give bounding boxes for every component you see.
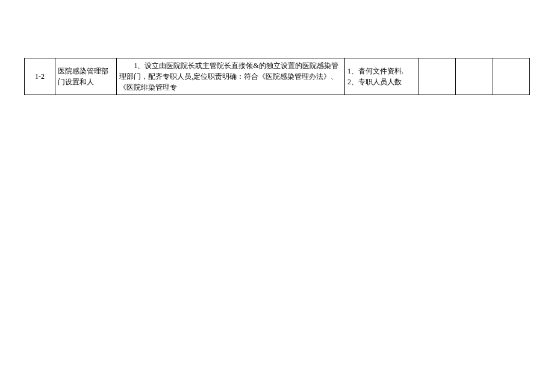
cell-id: 1-2 (25, 58, 55, 95)
document-page: 1-2 医院感染管理部门设置和人 1、设立由医院院长或主管院长直接领&的独立设置… (0, 0, 554, 392)
cell-check: 1、杳何文件资料. 2、专职人员人数 (345, 58, 419, 95)
cell-blank-3 (493, 58, 529, 95)
check-line-1: 1、杳何文件资料. (347, 66, 416, 76)
cell-description: 1、设立由医院院长或主管院长直接领&的独立设置的医院感染管理部门，配齐专职人员,… (117, 58, 345, 95)
table-container: 1-2 医院感染管理部门设置和人 1、设立由医院院长或主管院长直接领&的独立设置… (24, 58, 530, 95)
table-row: 1-2 医院感染管理部门设置和人 1、设立由医院院长或主管院长直接领&的独立设置… (25, 58, 530, 95)
desc-text: 1、设立由医院院长或主管院长直接领&的独立设置的医院感染管理部门，配齐专职人员,… (119, 61, 338, 92)
check-line-2: 2、专职人员人数 (347, 76, 416, 87)
cell-blank-2 (456, 58, 493, 95)
cell-title: 医院感染管理部门设置和人 (55, 58, 117, 95)
cell-blank-1 (419, 58, 455, 95)
assessment-table: 1-2 医院感染管理部门设置和人 1、设立由医院院长或主管院长直接领&的独立设置… (24, 58, 530, 95)
